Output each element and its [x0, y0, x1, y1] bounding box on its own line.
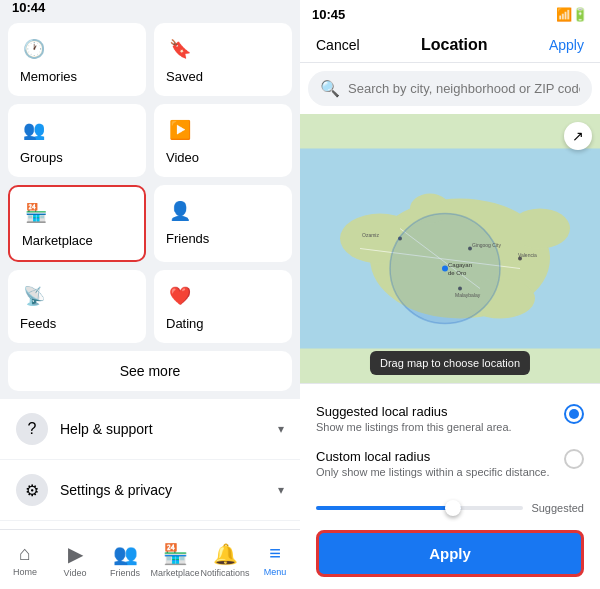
- nav-item-friends[interactable]: 👥 Friends: [100, 534, 150, 586]
- svg-text:Cagayan: Cagayan: [448, 262, 472, 268]
- right-panel: 10:45 📶🔋 Cancel Location Apply 🔍: [300, 0, 600, 589]
- map-tooltip: Drag map to choose location: [370, 351, 530, 375]
- slider-section: Suggested: [300, 498, 600, 522]
- custom-radius-radio[interactable]: [564, 449, 584, 469]
- location-title: Location: [421, 36, 488, 54]
- grid-item-saved[interactable]: 🔖 Saved: [154, 23, 292, 96]
- memories-icon: 🕐: [20, 35, 48, 63]
- search-input[interactable]: [348, 81, 580, 96]
- memories-label: Memories: [20, 69, 77, 84]
- grid-item-marketplace[interactable]: 🏪 Marketplace: [8, 185, 146, 262]
- header-apply-button[interactable]: Apply: [549, 37, 584, 53]
- status-bar-left: 10:44: [0, 0, 300, 15]
- marketplace-nav-label: Marketplace: [150, 568, 199, 578]
- menu-item-settings[interactable]: ⚙ Settings & privacy ▾: [0, 460, 300, 521]
- friends-nav-icon: 👥: [113, 542, 138, 566]
- feeds-label: Feeds: [20, 316, 56, 331]
- radius-options: Suggested local radius Show me listings …: [300, 383, 600, 498]
- svg-text:Ozamiz: Ozamiz: [362, 232, 379, 238]
- see-more-button[interactable]: See more: [8, 351, 292, 391]
- settings-icon: ⚙: [16, 474, 48, 506]
- svg-point-3: [510, 209, 570, 249]
- custom-radius-desc: Only show me listings within a specific …: [316, 466, 550, 478]
- groups-label: Groups: [20, 150, 63, 165]
- radius-slider-track[interactable]: [316, 506, 523, 510]
- location-search-bar[interactable]: 🔍: [308, 71, 592, 106]
- app-grid: 🕐 Memories 🔖 Saved 👥 Groups ▶️ Video 🏪 M…: [0, 15, 300, 351]
- settings-chevron: ▾: [278, 483, 284, 497]
- grid-item-groups[interactable]: 👥 Groups: [8, 104, 146, 177]
- marketplace-nav-icon: 🏪: [163, 542, 188, 566]
- feeds-icon: 📡: [20, 282, 48, 310]
- nav-item-home[interactable]: ⌂ Home: [0, 534, 50, 585]
- friends-nav-label: Friends: [110, 568, 140, 578]
- suggested-radius-row[interactable]: Suggested local radius Show me listings …: [316, 396, 584, 441]
- svg-point-13: [390, 214, 500, 324]
- search-icon: 🔍: [320, 79, 340, 98]
- home-nav-icon: ⌂: [19, 542, 31, 565]
- menu-nav-label: Menu: [264, 567, 287, 577]
- nav-item-marketplace[interactable]: 🏪 Marketplace: [150, 534, 200, 586]
- marketplace-icon: 🏪: [22, 199, 50, 227]
- time-left: 10:44: [12, 0, 45, 15]
- home-nav-label: Home: [13, 567, 37, 577]
- suggested-radius-title: Suggested local radius: [316, 404, 512, 419]
- notifications-nav-label: Notifications: [200, 568, 249, 578]
- suggested-radius-desc: Show me listings from this general area.: [316, 421, 512, 433]
- friends-label: Friends: [166, 231, 209, 246]
- grid-item-friends[interactable]: 👤 Friends: [154, 185, 292, 262]
- slider-label: Suggested: [531, 502, 584, 514]
- grid-item-memories[interactable]: 🕐 Memories: [8, 23, 146, 96]
- grid-item-video[interactable]: ▶️ Video: [154, 104, 292, 177]
- dating-label: Dating: [166, 316, 204, 331]
- svg-text:Gingoog City: Gingoog City: [472, 242, 501, 248]
- menu-nav-icon: ≡: [269, 542, 281, 565]
- svg-text:Malaybalay: Malaybalay: [455, 292, 481, 298]
- marketplace-label: Marketplace: [22, 233, 93, 248]
- saved-icon: 🔖: [166, 35, 194, 63]
- groups-icon: 👥: [20, 116, 48, 144]
- video-nav-icon: ▶: [68, 542, 83, 566]
- grid-item-dating[interactable]: ❤️ Dating: [154, 270, 292, 343]
- custom-radius-title: Custom local radius: [316, 449, 550, 464]
- saved-label: Saved: [166, 69, 203, 84]
- nav-item-notifications[interactable]: 🔔 Notifications: [200, 534, 250, 586]
- help-chevron: ▾: [278, 422, 284, 436]
- location-header: Cancel Location Apply: [300, 28, 600, 63]
- video-label: Video: [166, 150, 199, 165]
- custom-radius-text: Custom local radius Only show me listing…: [316, 449, 550, 478]
- dating-icon: ❤️: [166, 282, 194, 310]
- nav-item-menu[interactable]: ≡ Menu: [250, 534, 300, 585]
- svg-text:de Oro: de Oro: [448, 270, 467, 276]
- slider-fill: [316, 506, 461, 510]
- settings-label: Settings & privacy: [60, 482, 278, 498]
- map-svg: Cagayan de Oro Gingoog City Ozamiz Malay…: [300, 114, 600, 383]
- video-nav-label: Video: [64, 568, 87, 578]
- status-icons-right: 📶🔋: [556, 7, 588, 22]
- map-area[interactable]: Cagayan de Oro Gingoog City Ozamiz Malay…: [300, 114, 600, 383]
- compass-button[interactable]: ↗: [564, 122, 592, 150]
- cancel-button[interactable]: Cancel: [316, 37, 360, 53]
- suggested-radius-text: Suggested local radius Show me listings …: [316, 404, 512, 433]
- help-label: Help & support: [60, 421, 278, 437]
- apply-button[interactable]: Apply: [316, 530, 584, 577]
- notifications-nav-icon: 🔔: [213, 542, 238, 566]
- help-icon: ?: [16, 413, 48, 445]
- video-icon: ▶️: [166, 116, 194, 144]
- custom-radius-row[interactable]: Custom local radius Only show me listing…: [316, 441, 584, 486]
- slider-thumb[interactable]: [445, 500, 461, 516]
- left-panel: 10:44 🕐 Memories 🔖 Saved 👥 Groups ▶️ Vid…: [0, 0, 300, 589]
- status-bar-right: 10:45 📶🔋: [300, 0, 600, 28]
- suggested-radius-radio[interactable]: [564, 404, 584, 424]
- nav-item-video[interactable]: ▶ Video: [50, 534, 100, 586]
- menu-item-help[interactable]: ? Help & support ▾: [0, 399, 300, 460]
- svg-text:Valencia: Valencia: [518, 252, 537, 258]
- grid-item-feeds[interactable]: 📡 Feeds: [8, 270, 146, 343]
- friends-grid-icon: 👤: [166, 197, 194, 225]
- time-right: 10:45: [312, 7, 345, 22]
- bottom-nav: ⌂ Home ▶ Video 👥 Friends 🏪 Marketplace 🔔…: [0, 529, 300, 589]
